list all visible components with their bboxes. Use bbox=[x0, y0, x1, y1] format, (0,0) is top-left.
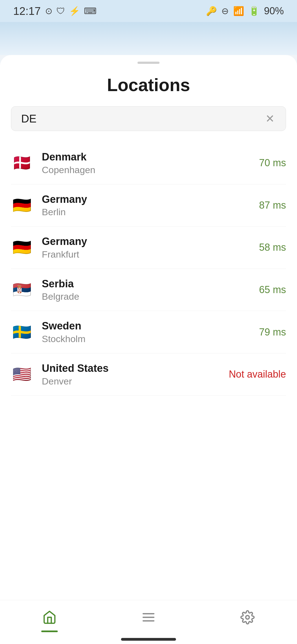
bottom-navigation bbox=[0, 600, 297, 644]
nav-home[interactable] bbox=[31, 606, 68, 632]
city-name: Frankfurt bbox=[42, 249, 259, 260]
list-icon bbox=[141, 610, 156, 628]
shield-icon: 🛡 bbox=[56, 6, 65, 16]
extra-icon: ⌨ bbox=[84, 6, 97, 16]
status-time: 12:17 bbox=[13, 5, 41, 17]
wifi-icon: 📶 bbox=[233, 6, 244, 16]
locations-sheet: Locations ✕ 🇩🇰 Denmark Copenhagen 70 ms … bbox=[0, 55, 297, 644]
flag-germany-frankfurt: 🇩🇪 bbox=[11, 236, 33, 258]
flag-serbia: 🇷🇸 bbox=[11, 279, 33, 301]
vpn-icon: ⊙ bbox=[45, 6, 53, 16]
country-name: Sweden bbox=[42, 320, 259, 332]
location-list: 🇩🇰 Denmark Copenhagen 70 ms 🇩🇪 Germany B… bbox=[0, 142, 297, 600]
ping-value: 70 ms bbox=[259, 157, 286, 169]
list-item[interactable]: 🇸🇪 Sweden Stockholm 79 ms bbox=[11, 311, 286, 353]
key-icon: 🔑 bbox=[206, 6, 217, 16]
search-bar: ✕ bbox=[11, 106, 286, 131]
location-info: United States Denver bbox=[42, 362, 229, 387]
nav-active-indicator bbox=[41, 631, 58, 632]
nav-settings[interactable] bbox=[229, 606, 266, 632]
city-name: Stockholm bbox=[42, 334, 259, 344]
minus-circle-icon: ⊖ bbox=[221, 6, 229, 16]
flag-denmark: 🇩🇰 bbox=[11, 152, 33, 174]
battery-percent: 90% bbox=[264, 5, 284, 17]
country-name: United States bbox=[42, 362, 229, 375]
nav-list[interactable] bbox=[130, 606, 167, 632]
city-name: Denver bbox=[42, 376, 229, 387]
status-bar-left: 12:17 ⊙ 🛡 ⚡ ⌨ bbox=[13, 5, 97, 17]
location-info: Germany Frankfurt bbox=[42, 235, 259, 260]
ping-unavailable: Not available bbox=[229, 369, 286, 380]
city-name: Berlin bbox=[42, 207, 259, 217]
list-item[interactable]: 🇺🇸 United States Denver Not available bbox=[11, 353, 286, 396]
gesture-home-bar bbox=[121, 638, 176, 641]
location-info: Germany Berlin bbox=[42, 193, 259, 218]
status-bar-right: 🔑 ⊖ 📶 🔋 90% bbox=[206, 5, 284, 17]
ping-value: 87 ms bbox=[259, 200, 286, 211]
status-icons: ⊙ 🛡 ⚡ ⌨ bbox=[45, 6, 97, 16]
country-name: Denmark bbox=[42, 151, 259, 163]
location-info: Sweden Stockholm bbox=[42, 320, 259, 344]
list-item[interactable]: 🇩🇪 Germany Berlin 87 ms bbox=[11, 184, 286, 227]
ping-value: 58 ms bbox=[259, 242, 286, 253]
home-icon bbox=[42, 610, 57, 628]
battery-icon: 🔋 bbox=[249, 6, 260, 16]
flag-sweden: 🇸🇪 bbox=[11, 321, 33, 343]
top-background bbox=[0, 22, 297, 55]
svg-point-3 bbox=[246, 615, 249, 619]
flash-icon: ⚡ bbox=[69, 6, 80, 16]
flag-germany-berlin: 🇩🇪 bbox=[11, 194, 33, 216]
search-input[interactable] bbox=[11, 106, 286, 131]
list-item[interactable]: 🇷🇸 Serbia Belgrade 65 ms bbox=[11, 269, 286, 311]
flag-us: 🇺🇸 bbox=[11, 363, 33, 385]
city-name: Copenhagen bbox=[42, 165, 259, 175]
country-name: Serbia bbox=[42, 278, 259, 290]
ping-value: 79 ms bbox=[259, 326, 286, 338]
list-item[interactable]: 🇩🇰 Denmark Copenhagen 70 ms bbox=[11, 142, 286, 184]
country-name: Germany bbox=[42, 235, 259, 248]
country-name: Germany bbox=[42, 193, 259, 206]
search-clear-button[interactable]: ✕ bbox=[262, 110, 278, 127]
handle-bar bbox=[138, 62, 160, 64]
location-info: Denmark Copenhagen bbox=[42, 151, 259, 175]
list-item[interactable]: 🇩🇪 Germany Frankfurt 58 ms bbox=[11, 227, 286, 269]
city-name: Belgrade bbox=[42, 291, 259, 302]
page-title: Locations bbox=[0, 75, 297, 95]
gear-icon bbox=[240, 610, 255, 628]
ping-value: 65 ms bbox=[259, 284, 286, 296]
location-info: Serbia Belgrade bbox=[42, 278, 259, 302]
status-bar: 12:17 ⊙ 🛡 ⚡ ⌨ 🔑 ⊖ 📶 🔋 90% bbox=[0, 0, 297, 22]
